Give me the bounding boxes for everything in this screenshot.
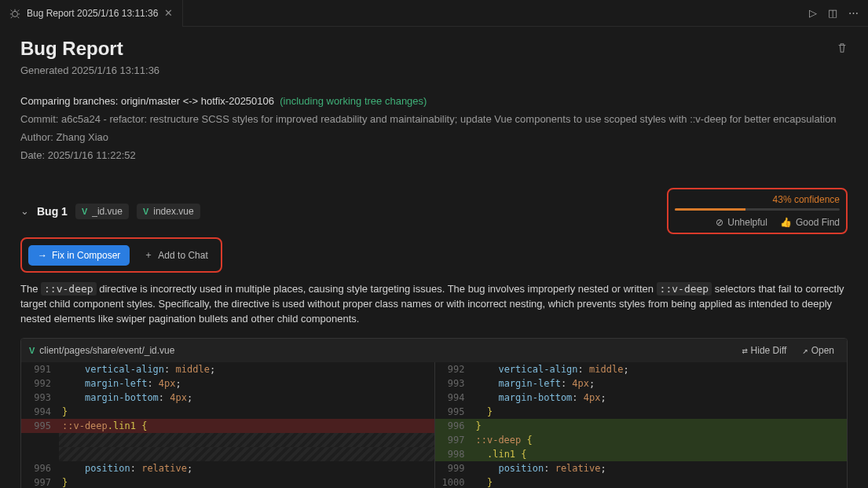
page-title: Bug Report xyxy=(20,38,123,60)
thumbs-up-icon: 👍 xyxy=(780,217,792,228)
diff-row: 993 margin-left: 4px; xyxy=(435,376,848,391)
page-header: Bug Report xyxy=(20,38,848,60)
fix-in-composer-button[interactable]: → Fix in Composer xyxy=(28,245,130,266)
file-chip-1[interactable]: Vindex.vue xyxy=(137,204,200,219)
chevron-down-icon[interactable]: ⌄ xyxy=(20,205,29,217)
editor-tab[interactable]: Bug Report 2025/1/16 13:11:36 ✕ xyxy=(0,0,183,27)
diff-row: 994} xyxy=(21,405,434,419)
compare-block: Comparing branches: origin/master <-> ho… xyxy=(20,95,848,161)
bug-title: Bug 1 xyxy=(37,205,68,218)
actions-highlight: → Fix in Composer ＋ Add to Chat xyxy=(20,237,222,273)
diff-row: 993 margin-bottom: 4px; xyxy=(21,391,434,405)
vue-icon: V xyxy=(143,207,148,216)
diff-row: 996} xyxy=(435,419,848,433)
bug-icon xyxy=(9,8,20,19)
unhelpful-button[interactable]: ⊘Unhelpful xyxy=(716,217,767,228)
titlebar: Bug Report 2025/1/16 13:11:36 ✕ ▷ ◫ ⋯ xyxy=(0,0,868,27)
vue-icon: V xyxy=(82,207,87,216)
diff-panel: V client/pages/share/event/_id.vue ⇄Hide… xyxy=(20,338,848,488)
hide-diff-button[interactable]: ⇄Hide Diff xyxy=(737,343,791,358)
diff-filepath: client/pages/share/event/_id.vue xyxy=(39,345,174,356)
diff-row: 995::v-deep.lin1 { xyxy=(21,419,434,433)
diff-row: 995 } xyxy=(435,405,848,419)
file-chip-0[interactable]: V_id.vue xyxy=(75,204,129,219)
diff-row: 994 margin-bottom: 4px; xyxy=(435,391,848,405)
open-button[interactable]: ↗Open xyxy=(797,343,839,358)
diff-left-pane[interactable]: 991 vertical-align: middle;992 margin-le… xyxy=(21,362,434,488)
diff-row: 1000 } xyxy=(435,475,848,488)
trash-icon[interactable] xyxy=(837,42,848,56)
svg-point-0 xyxy=(13,11,18,17)
commit-line: Commit: a6c5a24 - refactor: restructure … xyxy=(20,113,848,125)
close-icon[interactable]: ✕ xyxy=(164,7,173,19)
diff-row: 997::v-deep { xyxy=(435,433,848,447)
bug-section: ⌄ Bug 1 V_id.vue Vindex.vue 43% confiden… xyxy=(20,188,848,488)
add-to-chat-button[interactable]: ＋ Add to Chat xyxy=(137,244,214,266)
diff-row: 997} xyxy=(21,475,434,488)
compare-note: (including working tree changes) xyxy=(280,95,427,107)
confidence-label: 43% confidence xyxy=(675,194,840,205)
diff-row: 991 vertical-align: middle; xyxy=(21,362,434,376)
plus-icon: ＋ xyxy=(144,248,153,262)
date-line: Date: 2025/1/16 11:22:52 xyxy=(20,149,848,161)
diff-row: 999 position: relative; xyxy=(435,461,848,475)
diff-row: 996 position: relative; xyxy=(21,461,434,475)
compare-label: Comparing branches: origin/master <-> ho… xyxy=(20,95,274,107)
bug-description: The ::v-deep directive is incorrectly us… xyxy=(20,282,848,327)
titlebar-actions: ▷ ◫ ⋯ xyxy=(809,7,868,19)
diff-row: 998 .lin1 { xyxy=(435,447,848,461)
author-line: Author: Zhang Xiao xyxy=(20,131,848,143)
vue-icon: V xyxy=(29,346,35,355)
split-icon[interactable]: ◫ xyxy=(828,7,837,19)
diff-icon: ⇄ xyxy=(742,345,747,356)
confidence-bar xyxy=(675,208,840,211)
arrow-right-icon: → xyxy=(38,250,47,261)
tab-title: Bug Report 2025/1/16 13:11:36 xyxy=(27,8,158,19)
good-find-button[interactable]: 👍Good Find xyxy=(780,217,840,228)
generated-line: Generated 2025/1/16 13:11:36 xyxy=(20,64,848,76)
run-icon[interactable]: ▷ xyxy=(809,7,817,19)
more-icon[interactable]: ⋯ xyxy=(848,7,859,19)
diff-row: 992 margin-left: 4px; xyxy=(21,376,434,391)
confidence-highlight: 43% confidence ⊘Unhelpful 👍Good Find xyxy=(667,188,848,234)
diff-row: 992 vertical-align: middle; xyxy=(435,362,848,376)
open-icon: ↗ xyxy=(802,345,808,356)
diff-right-pane[interactable]: 992 vertical-align: middle;993 margin-le… xyxy=(434,362,848,488)
ban-icon: ⊘ xyxy=(716,217,723,228)
